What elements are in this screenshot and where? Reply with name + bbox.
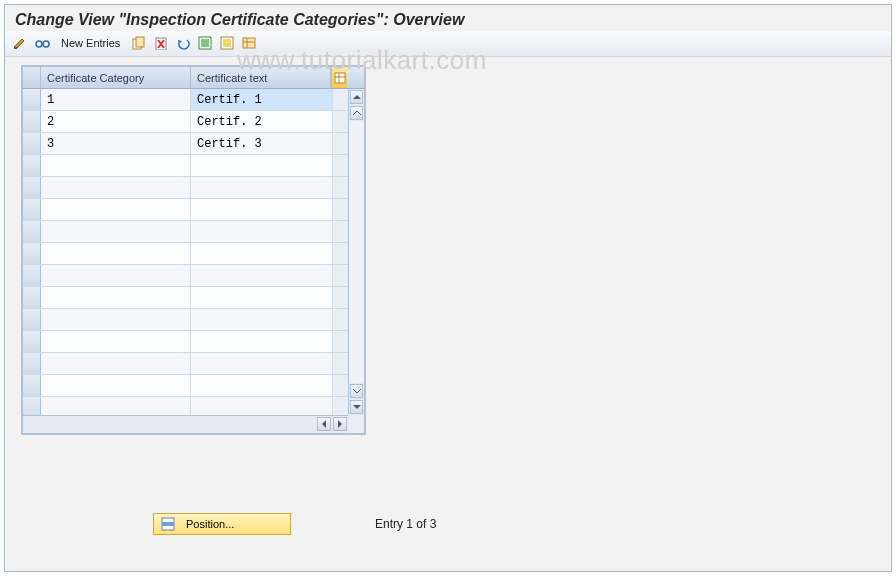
row-selector[interactable] (23, 221, 41, 242)
cell-empty[interactable] (41, 287, 191, 308)
cell-empty[interactable] (41, 155, 191, 176)
cell-empty[interactable] (191, 155, 333, 176)
row-selector[interactable] (23, 397, 41, 415)
cell-empty[interactable] (191, 331, 333, 352)
cell-empty[interactable] (41, 309, 191, 330)
data-table: Certificate Category Certificate text 1 … (21, 65, 366, 435)
table-row (23, 309, 348, 331)
cell-empty[interactable] (191, 309, 333, 330)
row-selector[interactable] (23, 309, 41, 330)
cell-text[interactable]: Certif. 3 (191, 133, 333, 154)
scroll-left-icon[interactable] (317, 417, 331, 431)
table-row (23, 221, 348, 243)
config-icon[interactable] (240, 34, 258, 52)
select-all-icon[interactable] (196, 34, 214, 52)
cell-empty[interactable] (41, 353, 191, 374)
row-selector[interactable] (23, 111, 41, 132)
row-selector[interactable] (23, 199, 41, 220)
content-area: Certificate Category Certificate text 1 … (5, 57, 891, 73)
cell-empty[interactable] (191, 199, 333, 220)
col-header-category[interactable]: Certificate Category (41, 67, 191, 88)
table-row: 3 Certif. 3 (23, 133, 348, 155)
row-selector[interactable] (23, 331, 41, 352)
row-selector[interactable] (23, 353, 41, 374)
scroll-down-icon[interactable] (350, 384, 363, 398)
horizontal-scrollbar[interactable] (23, 415, 348, 433)
table-row: 1 Certif. 1 (23, 89, 348, 111)
scroll-up-icon[interactable] (350, 106, 363, 120)
toggle-display-change-icon[interactable] (11, 34, 29, 52)
table-row (23, 331, 348, 353)
entry-status: Entry 1 of 3 (375, 517, 436, 531)
cell-category[interactable]: 1 (41, 89, 191, 110)
delete-icon[interactable] (152, 34, 170, 52)
cell-empty[interactable] (191, 221, 333, 242)
table-row (23, 199, 348, 221)
svg-rect-4 (136, 37, 144, 47)
svg-rect-12 (243, 38, 255, 48)
table-settings-icon[interactable] (331, 67, 347, 88)
table-row (23, 155, 348, 177)
cell-empty[interactable] (41, 375, 191, 396)
hscroll-track[interactable] (23, 416, 316, 433)
position-icon (160, 516, 176, 532)
new-entries-button[interactable]: New Entries (55, 37, 126, 49)
table-row (23, 243, 348, 265)
table-row (23, 287, 348, 309)
svg-rect-0 (14, 47, 17, 49)
position-label: Position... (186, 518, 234, 530)
select-all-column[interactable] (23, 67, 41, 88)
cell-empty[interactable] (41, 265, 191, 286)
cell-empty[interactable] (191, 287, 333, 308)
app-toolbar: New Entries (5, 31, 891, 57)
cell-empty[interactable] (41, 243, 191, 264)
svg-point-2 (43, 41, 49, 47)
scroll-track[interactable] (349, 121, 364, 383)
cell-empty[interactable] (41, 177, 191, 198)
app-window: Change View "Inspection Certificate Cate… (4, 4, 892, 572)
table-body: 1 Certif. 1 2 Certif. 2 3 Certif. 3 (23, 89, 348, 415)
row-selector[interactable] (23, 287, 41, 308)
cell-empty[interactable] (191, 375, 333, 396)
table-row: 2 Certif. 2 (23, 111, 348, 133)
cell-empty[interactable] (191, 353, 333, 374)
svg-rect-19 (162, 522, 174, 526)
deselect-all-icon[interactable] (218, 34, 236, 52)
glasses-detail-icon[interactable] (33, 34, 51, 52)
cell-category[interactable]: 2 (41, 111, 191, 132)
row-selector[interactable] (23, 89, 41, 110)
cell-empty[interactable] (191, 397, 333, 415)
row-selector[interactable] (23, 265, 41, 286)
cell-empty[interactable] (191, 265, 333, 286)
scroll-first-icon[interactable] (350, 90, 363, 104)
row-selector[interactable] (23, 375, 41, 396)
row-selector[interactable] (23, 133, 41, 154)
cell-empty[interactable] (41, 221, 191, 242)
undo-icon[interactable] (174, 34, 192, 52)
svg-rect-11 (223, 39, 231, 47)
cell-empty[interactable] (191, 177, 333, 198)
row-selector[interactable] (23, 177, 41, 198)
table-row (23, 375, 348, 397)
svg-rect-15 (335, 73, 345, 83)
svg-point-1 (36, 41, 42, 47)
row-selector[interactable] (23, 155, 41, 176)
scroll-right-icon[interactable] (333, 417, 347, 431)
cell-category[interactable]: 3 (41, 133, 191, 154)
table-row (23, 353, 348, 375)
scroll-last-icon[interactable] (350, 400, 363, 414)
position-button[interactable]: Position... (153, 513, 291, 535)
cell-empty[interactable] (41, 199, 191, 220)
table-row (23, 397, 348, 415)
cell-empty[interactable] (41, 397, 191, 415)
copy-icon[interactable] (130, 34, 148, 52)
cell-text[interactable]: Certif. 2 (191, 111, 333, 132)
row-selector[interactable] (23, 243, 41, 264)
vertical-scrollbar[interactable] (348, 89, 364, 415)
cell-text[interactable]: Certif. 1 (191, 89, 333, 110)
col-header-text[interactable]: Certificate text (191, 67, 331, 88)
cell-empty[interactable] (41, 331, 191, 352)
page-title: Change View "Inspection Certificate Cate… (5, 5, 891, 31)
table-header: Certificate Category Certificate text (23, 67, 364, 89)
cell-empty[interactable] (191, 243, 333, 264)
